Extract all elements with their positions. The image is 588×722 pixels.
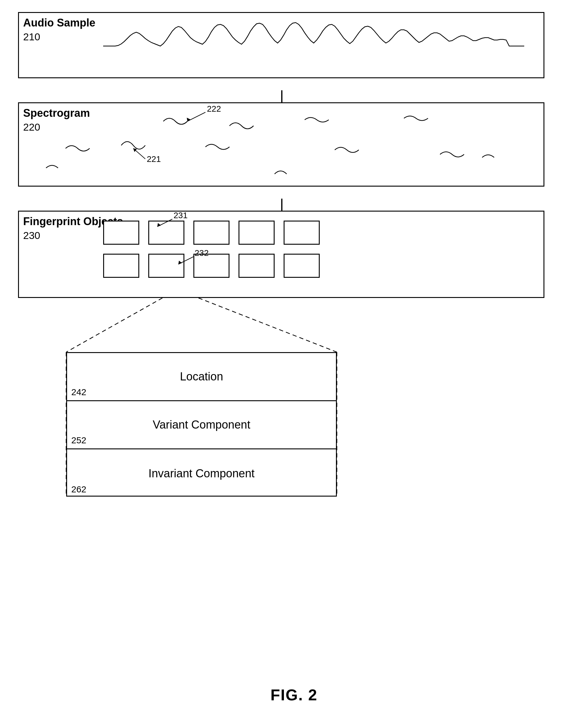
waveform-svg	[103, 19, 524, 73]
fingerprint-box: Fingerprint Objects 230	[18, 211, 544, 298]
svg-text:222: 222	[207, 104, 221, 114]
location-label: Location	[180, 370, 223, 383]
figure-label: FIG. 2	[270, 686, 317, 704]
invariant-number: 262	[71, 484, 86, 495]
spectrogram-squiggles: 222 221	[19, 103, 544, 186]
arrow-2	[18, 186, 544, 211]
svg-text:231: 231	[173, 211, 188, 220]
arrow-1	[18, 78, 544, 102]
svg-line-13	[198, 298, 337, 352]
svg-text:232: 232	[195, 248, 209, 258]
diagram-container: Audio Sample 210 Spectrogram 220 222	[18, 12, 570, 497]
detail-area: Location 242 Variant Component 252 Invar…	[18, 298, 544, 497]
audio-title-text: Audio Sample	[23, 17, 95, 29]
svg-text:221: 221	[147, 154, 161, 164]
detail-box: Location 242 Variant Component 252 Invar…	[66, 352, 337, 497]
svg-line-0	[187, 112, 205, 121]
location-section: Location 242	[67, 353, 336, 401]
variant-number: 252	[71, 435, 86, 445]
svg-line-12	[66, 298, 163, 352]
fp-annotations: 231 232	[19, 212, 544, 297]
location-number: 242	[71, 387, 86, 397]
invariant-label: Invariant Component	[149, 467, 255, 480]
invariant-section: Invariant Component 262	[67, 449, 336, 498]
variant-label: Variant Component	[153, 418, 251, 431]
variant-section: Variant Component 252	[67, 401, 336, 449]
audio-sample-label: Audio Sample 210	[23, 16, 95, 43]
audio-number-text: 210	[23, 30, 95, 43]
audio-sample-box: Audio Sample 210	[18, 12, 544, 78]
spectrogram-box: Spectrogram 220 222 221	[18, 102, 544, 186]
